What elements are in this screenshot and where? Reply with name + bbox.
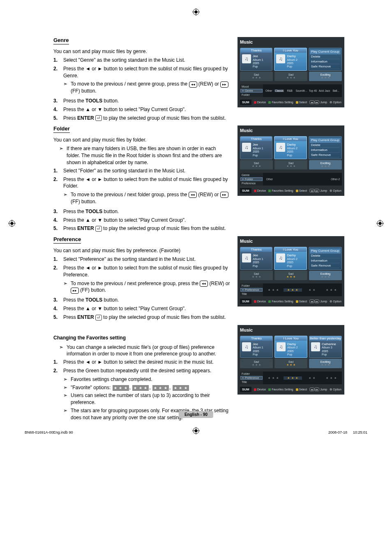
list-icon: ≡ — [242, 178, 244, 181]
menu-information[interactable]: Information — [311, 59, 339, 64]
note-arrow-icon: ➣ — [59, 344, 64, 358]
note-arrow-icon: ➣ — [63, 280, 68, 294]
menu-play-current-group[interactable]: Play Current Group — [310, 49, 341, 54]
list-icon: ≡ — [242, 376, 244, 379]
doc-filename: BN68-01691A-00Eng.indb 90 — [25, 430, 73, 434]
music-note-icon: ♫ — [242, 342, 251, 351]
genre-step-2-note: To move to the previous / next genre gro… — [71, 81, 230, 95]
favorites-intro: You can change a selected music file's (… — [67, 344, 230, 358]
folder-step-1: Select "Folder" as the sorting standard … — [63, 167, 230, 174]
music-note-icon: ♫ — [276, 143, 285, 152]
note-arrow-icon: ➣ — [63, 191, 68, 205]
print-mark-icon — [376, 220, 384, 227]
page-number-badge: English - 90 — [179, 411, 213, 418]
note-arrow-icon: ➣ — [63, 407, 68, 421]
preference-intro: You can sort and play music files by pre… — [53, 248, 230, 253]
screenshot-folder: Music Thanks ♫JeeAlbum 12005Pop I Love Y… — [238, 125, 344, 196]
shot-title: Music — [240, 39, 342, 44]
section-heading-genre: Genre — [53, 37, 69, 44]
fav-step-2: Press the Green button repeatedly until … — [63, 368, 211, 374]
genre-step-4: Press the ▲ or ▼ button to select "Play … — [63, 106, 230, 113]
tools-icon: ⚙ — [330, 388, 332, 391]
folder-step-2: Press the ◄ or ► button to select from t… — [63, 176, 228, 189]
menu-safe-remove[interactable]: Safe Remove — [311, 64, 339, 69]
fav-note-2: "Favorite" options: ★ ★ ★, ★ ★ ★, ★ ★ ★,… — [71, 384, 189, 391]
section-heading-folder: Folder — [53, 125, 70, 133]
subheading-favorites: Changing the Favorites setting — [53, 335, 230, 341]
genre-step-2: Press the ◄ or ► button to select from t… — [63, 66, 228, 79]
folder-step-5: Press ENTER ⏎ to play the selected group… — [63, 225, 230, 232]
pref-step-2-note: To move to the previous / next preferenc… — [71, 280, 230, 294]
music-note-icon: ♫ — [277, 342, 286, 351]
music-note-icon: ♫ — [242, 143, 251, 152]
screenshot-preference: Music Thanks ♫JeeAlbum 12005Pop I Love Y… — [238, 236, 344, 306]
print-mark-icon — [192, 8, 200, 16]
note-arrow-icon: ➣ — [63, 384, 68, 391]
print-mark-icon — [8, 220, 16, 227]
menu-delete[interactable]: Delete — [311, 54, 339, 59]
genre-step-5: Press ENTER ⏎ to play the selected group… — [63, 115, 230, 122]
genre-step-1: Select "Genre" as the sorting standard i… — [63, 57, 230, 64]
screenshot-genre: Music Thanks ♫ Jee Album 1 2005 Pop I Lo… — [238, 37, 344, 107]
sum-label: SUM — [240, 100, 251, 105]
pref-step-2: Press the ◄ or ► button to select from t… — [63, 265, 228, 278]
pref-step-4: Press the ▲ or ▼ button to select "Play … — [63, 305, 230, 312]
folder-step-4: Press the ▲ or ▼ button to select "Play … — [63, 217, 230, 224]
note-arrow-icon: ➣ — [63, 81, 68, 95]
screenshot-favorites: Music Thanks ♫JeeAlbum 12005Pop I Love Y… — [238, 325, 344, 395]
folder-intro-note: If there are many folders in USB, the fi… — [67, 145, 230, 166]
tools-icon: ⚙ — [330, 101, 332, 104]
doc-timestamp: 2008-07-18 10:25:01 — [328, 430, 367, 434]
pref-step-3: Press the TOOLS button. — [63, 297, 230, 304]
list-icon: ≡ — [242, 89, 244, 92]
music-note-icon: ♫ — [311, 342, 320, 351]
genre-intro: You can sort and play music files by gen… — [53, 49, 230, 54]
fav-note-3: Users can select the number of stars (up… — [71, 392, 230, 406]
note-arrow-icon: ➣ — [63, 376, 68, 383]
tools-icon: ⚙ — [330, 189, 332, 192]
music-note-icon: ♫ — [276, 253, 285, 262]
context-menu: Play Current Group Delete Information Sa… — [309, 48, 342, 71]
folder-step-3: Press the TOOLS button. — [63, 208, 230, 215]
note-arrow-icon: ➣ — [63, 392, 68, 406]
list-icon: ≡ — [242, 288, 244, 291]
fav-step-1: Press the ◄ or ► button to select the de… — [63, 359, 230, 366]
genre-step-3: Press the TOOLS button. — [63, 98, 230, 104]
music-note-icon: ♫ — [242, 54, 251, 63]
music-tile-1: Thanks ♫ Jee Album 1 2005 Pop — [240, 48, 272, 71]
music-tile-2: I Love You ♫ Darby Album 2 2005 Pop — [274, 48, 307, 71]
tools-icon: ⚙ — [330, 300, 332, 303]
music-note-icon: ♫ — [276, 54, 285, 63]
folder-intro: You can sort and play music files by fol… — [53, 137, 230, 143]
folder-step-2-note: To move to the previous / next folder gr… — [71, 191, 230, 205]
pref-step-1: Select "Preference" as the sorting stand… — [63, 256, 230, 263]
pref-step-5: Press ENTER ⏎ to play the selected group… — [63, 314, 230, 321]
music-note-icon: ♫ — [242, 253, 251, 262]
fav-note-1: Favorites settings change completed. — [71, 376, 152, 383]
note-arrow-icon: ➣ — [59, 145, 64, 166]
print-mark-icon — [192, 427, 200, 434]
section-heading-preference: Preference — [53, 236, 81, 244]
